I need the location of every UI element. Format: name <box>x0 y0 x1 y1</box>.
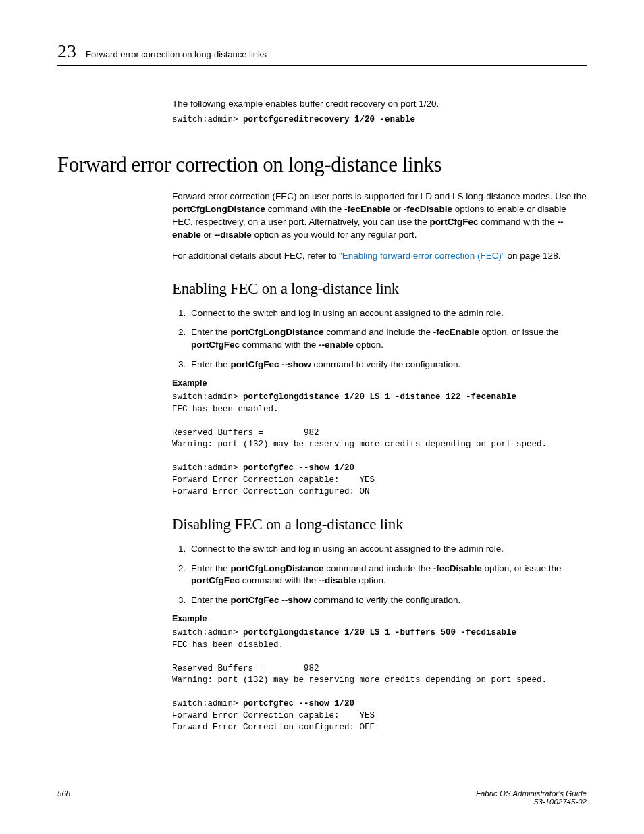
fec-link[interactable]: "Enabling forward error correction (FEC)… <box>339 251 505 261</box>
page-number: 568 <box>57 789 70 806</box>
page-header: 23 Forward error correction on long-dist… <box>57 41 587 66</box>
enable-step-2: Enter the portCfgLongDistance command an… <box>188 326 587 352</box>
disable-heading: Disabling FEC on a long-distance link <box>172 516 587 533</box>
header-title: Forward error correction on long-distanc… <box>86 49 267 59</box>
section-para-1: Forward error correction (FEC) on user p… <box>172 190 587 242</box>
footer-doc-title: Fabric OS Administrator's Guide <box>476 789 587 798</box>
intro-code: switch:admin> portcfgcreditrecovery 1/20… <box>172 114 587 126</box>
enable-heading: Enabling FEC on a long-distance link <box>172 280 587 298</box>
section-para-2: For additional details about FEC, refer … <box>172 250 587 263</box>
footer-doc-number: 53-1002745-02 <box>476 798 587 806</box>
page-footer: 568 Fabric OS Administrator's Guide 53-1… <box>57 789 587 806</box>
disable-steps: Connect to the switch and log in using a… <box>172 543 587 608</box>
enable-example-label: Example <box>172 378 587 388</box>
enable-example-code: switch:admin> portcfglongdistance 1/20 L… <box>172 392 587 498</box>
enable-step-3: Enter the portCfgFec --show command to v… <box>188 359 587 371</box>
enable-steps: Connect to the switch and log in using a… <box>172 307 587 372</box>
chapter-number: 23 <box>57 41 76 62</box>
section-heading: Forward error correction on long-distanc… <box>57 153 587 177</box>
disable-example-code: switch:admin> portcfglongdistance 1/20 L… <box>172 627 587 734</box>
disable-step-1: Connect to the switch and log in using a… <box>188 543 587 556</box>
disable-step-2: Enter the portCfgLongDistance command an… <box>188 563 587 588</box>
disable-example-label: Example <box>172 614 587 623</box>
disable-step-3: Enter the portCfgFec --show command to v… <box>188 594 587 607</box>
enable-step-1: Connect to the switch and log in using a… <box>188 307 587 320</box>
intro-paragraph: The following example enables buffer cre… <box>172 98 587 110</box>
